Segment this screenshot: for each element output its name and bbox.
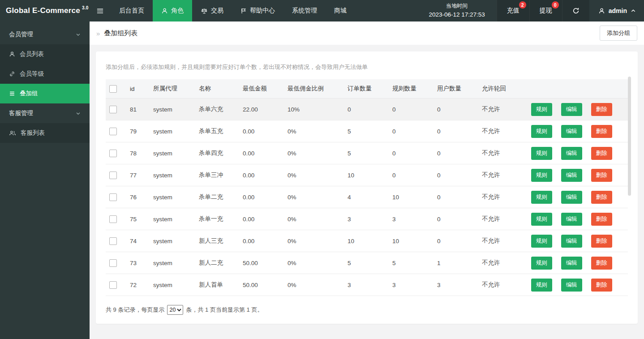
cell-min-amount: 50.00 xyxy=(239,252,284,274)
edit-button[interactable]: 编辑 xyxy=(561,147,582,160)
rule-button[interactable]: 规则 xyxy=(531,235,552,248)
nav-item-mall[interactable]: 商城 xyxy=(326,0,355,21)
edit-button[interactable]: 编辑 xyxy=(561,191,582,204)
row-checkbox[interactable] xyxy=(109,172,117,179)
link-icon xyxy=(9,71,15,77)
cell-name: 杀单五充 xyxy=(195,120,239,142)
cell-orders: 10 xyxy=(344,230,389,252)
list-icon xyxy=(9,90,15,97)
column-header-actions xyxy=(528,79,628,99)
per-page-select[interactable]: 20 xyxy=(167,305,183,315)
nav-item-system[interactable]: 系统管理 xyxy=(283,0,326,21)
cell-id: 73 xyxy=(126,252,150,274)
chevron-down-icon xyxy=(76,32,81,37)
table-row: 77 system 杀单三冲 0.00 0% 10 0 0 不允许 规则 编辑 … xyxy=(106,164,628,186)
delete-button[interactable]: 删除 xyxy=(591,257,612,270)
edit-button[interactable]: 编辑 xyxy=(561,169,582,182)
edit-button[interactable]: 编辑 xyxy=(561,257,582,270)
edit-button[interactable]: 编辑 xyxy=(561,235,582,248)
pagination: 共 9 条记录，每页显示 20 条，共 1 页当前显示第 1 页。 xyxy=(106,305,628,315)
cell-orders: 4 xyxy=(344,186,389,208)
delete-button[interactable]: 删除 xyxy=(591,213,612,226)
delete-button[interactable]: 删除 xyxy=(591,103,612,116)
row-checkbox[interactable] xyxy=(109,150,117,157)
cell-min-commission: 0% xyxy=(284,230,344,252)
cell-min-commission: 0% xyxy=(284,142,344,164)
admin-menu[interactable]: admin xyxy=(589,0,644,21)
cell-users: 0 xyxy=(434,142,478,164)
sidebar-group-service-management[interactable]: 客服管理 xyxy=(0,103,90,123)
cell-name: 杀单二充 xyxy=(195,186,239,208)
nav-item-trade[interactable]: 交易 xyxy=(192,0,232,21)
cell-rules: 3 xyxy=(389,208,434,230)
rule-button[interactable]: 规则 xyxy=(531,169,552,182)
delete-button[interactable]: 删除 xyxy=(591,147,612,160)
rule-button[interactable]: 规则 xyxy=(531,213,552,226)
recharge-button[interactable]: 充值 2 xyxy=(497,0,529,21)
nav-item-help-center[interactable]: 帮助中心 xyxy=(232,0,283,21)
cell-agent: system xyxy=(150,230,195,252)
cell-rules: 0 xyxy=(389,142,434,164)
cell-users: 3 xyxy=(434,274,478,296)
delete-button[interactable]: 删除 xyxy=(591,169,612,182)
rule-button[interactable]: 规则 xyxy=(531,103,552,116)
cell-rules: 3 xyxy=(389,274,434,296)
edit-button[interactable]: 编辑 xyxy=(561,213,582,226)
column-header-users: 用户数量 xyxy=(434,79,478,99)
sidebar-item-label: 叠加组 xyxy=(20,90,38,98)
cell-users: 1 xyxy=(434,252,478,274)
nav-label: 后台首页 xyxy=(119,7,144,15)
sidebar-group-member-management[interactable]: 会员管理 xyxy=(0,25,90,44)
nav-item-home[interactable]: 后台首页 xyxy=(111,0,153,21)
cell-agent: system xyxy=(150,274,195,296)
nav-item-roles[interactable]: 角色 xyxy=(153,0,192,21)
table-scrollbar[interactable] xyxy=(628,77,631,196)
cell-min-commission: 0% xyxy=(284,186,344,208)
cell-id: 77 xyxy=(126,164,150,186)
cell-min-commission: 0% xyxy=(284,120,344,142)
sidebar-item-service-list[interactable]: 客服列表 xyxy=(0,123,90,143)
chevron-down-icon xyxy=(76,111,81,116)
row-checkbox[interactable] xyxy=(109,128,117,135)
sidebar-item-label: 会员等级 xyxy=(20,70,44,78)
recharge-label: 充值 xyxy=(507,7,519,15)
row-checkbox[interactable] xyxy=(109,281,117,289)
rule-button[interactable]: 规则 xyxy=(531,279,552,292)
table-row: 73 system 新人二充 50.00 0% 5 5 1 不允许 规则 编辑 … xyxy=(106,252,628,274)
user-icon xyxy=(9,51,15,57)
delete-button[interactable]: 删除 xyxy=(591,191,612,204)
rule-button[interactable]: 规则 xyxy=(531,147,552,160)
refresh-button[interactable] xyxy=(562,0,589,21)
column-header-name: 名称 xyxy=(195,79,239,99)
withdraw-button[interactable]: 提现 0 xyxy=(529,0,562,21)
delete-button[interactable]: 删除 xyxy=(591,235,612,248)
cell-min-amount: 50.00 xyxy=(239,274,284,296)
delete-button[interactable]: 删除 xyxy=(591,125,612,138)
cell-id: 78 xyxy=(126,142,150,164)
sidebar-item-stack-group[interactable]: 叠加组 xyxy=(0,84,90,103)
row-checkbox[interactable] xyxy=(109,106,117,113)
row-checkbox[interactable] xyxy=(109,193,117,201)
row-checkbox[interactable] xyxy=(109,259,117,267)
cell-min-amount: 0.00 xyxy=(239,120,284,142)
rule-button[interactable]: 规则 xyxy=(531,257,552,270)
add-group-button[interactable]: 添加分组 xyxy=(600,26,637,41)
menu-toggle-button[interactable] xyxy=(90,0,111,21)
row-checkbox[interactable] xyxy=(109,215,117,223)
top-nav: 后台首页 角色 交易 帮助中心 系统管理 商城 xyxy=(90,0,355,21)
delete-button[interactable]: 删除 xyxy=(591,279,612,292)
edit-button[interactable]: 编辑 xyxy=(561,125,582,138)
local-time-label: 当地时间 xyxy=(446,2,468,10)
rule-button[interactable]: 规则 xyxy=(531,125,552,138)
sidebar-item-member-list[interactable]: 会员列表 xyxy=(0,44,90,64)
cell-users: 0 xyxy=(434,208,478,230)
row-checkbox[interactable] xyxy=(109,237,117,245)
cell-min-amount: 0.00 xyxy=(239,142,284,164)
sidebar-item-member-level[interactable]: 会员等级 xyxy=(0,64,90,84)
table-header: id 所属代理 名称 最低金额 最低佣金比例 订单数量 规则数量 用户数量 允许… xyxy=(106,79,628,99)
edit-button[interactable]: 编辑 xyxy=(561,103,582,116)
rule-button[interactable]: 规则 xyxy=(531,191,552,204)
select-all-checkbox[interactable] xyxy=(109,85,117,93)
column-header-rules: 规则数量 xyxy=(389,79,434,99)
edit-button[interactable]: 编辑 xyxy=(561,279,582,292)
